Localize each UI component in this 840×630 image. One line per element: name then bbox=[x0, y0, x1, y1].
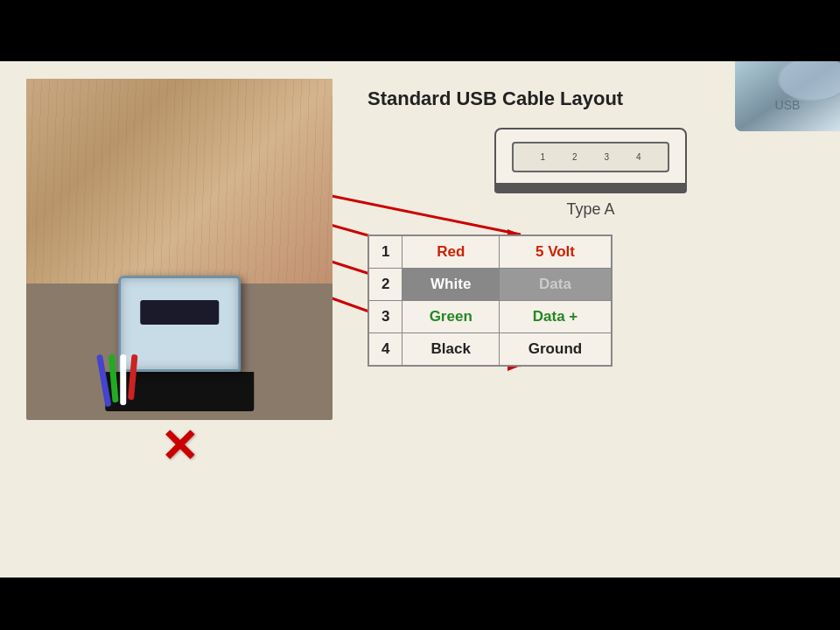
pin-func-data-minus: Data bbox=[499, 269, 612, 301]
usb-type-a-shape: 1 2 3 4 bbox=[494, 128, 687, 185]
x-mark: ✕ bbox=[153, 420, 206, 472]
pin-num-4: 4 bbox=[368, 333, 402, 367]
usb-bottom-bar bbox=[494, 185, 687, 193]
pin-row-4: 4 Black Ground bbox=[368, 333, 612, 367]
right-section: USB Standard USB Cable Layout 1 2 3 4 Ty… bbox=[341, 61, 840, 578]
top-right-decoration: USB bbox=[735, 61, 840, 131]
pin-func-data-plus: Data + bbox=[499, 301, 612, 333]
pin-func-5v: 5 Volt bbox=[499, 235, 612, 269]
pin-func-ground: Ground bbox=[499, 333, 612, 367]
svg-text:USB: USB bbox=[775, 98, 801, 112]
wood-background bbox=[26, 79, 332, 284]
bottom-black-bar bbox=[0, 578, 840, 630]
photo-section: ✕ bbox=[0, 61, 341, 578]
pin-label-3: 3 bbox=[604, 152, 609, 162]
pin-row-1: 1 Red 5 Volt bbox=[368, 235, 612, 269]
pin-color-black: Black bbox=[402, 333, 500, 367]
main-container: ✕ USB bbox=[0, 0, 840, 630]
pin-color-green: Green bbox=[402, 301, 500, 333]
pin-label-1: 1 bbox=[540, 152, 545, 162]
wood-grain bbox=[26, 79, 332, 284]
pin-color-white: White bbox=[402, 269, 500, 301]
pin-row-2: 2 White Data bbox=[368, 269, 612, 301]
content-area: ✕ USB bbox=[0, 61, 840, 578]
pin-num-3: 3 bbox=[368, 301, 402, 333]
type-a-label: Type A bbox=[368, 200, 814, 219]
usb-diagram: 1 2 3 4 Type A bbox=[368, 128, 814, 219]
pin-label-2: 2 bbox=[572, 152, 578, 162]
pin-table: 1 Red 5 Volt 2 White Data 3 Green Data + bbox=[368, 234, 612, 367]
pin-num-1: 1 bbox=[368, 235, 402, 269]
pin-label-4: 4 bbox=[636, 152, 641, 162]
pin-num-2: 2 bbox=[368, 269, 402, 301]
top-black-bar bbox=[0, 0, 840, 61]
usb-inner-connector: 1 2 3 4 bbox=[512, 142, 669, 172]
photo-placeholder bbox=[26, 79, 332, 420]
pin-row-3: 3 Green Data + bbox=[368, 301, 612, 333]
pin-color-red: Red bbox=[402, 235, 500, 269]
